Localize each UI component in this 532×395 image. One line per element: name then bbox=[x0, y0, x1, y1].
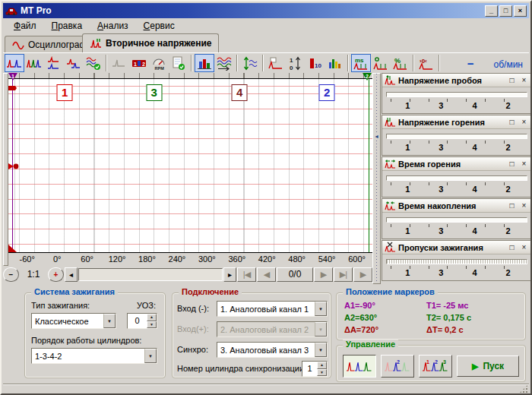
ms-units-button[interactable]: ms bbox=[351, 54, 371, 72]
spin-up-icon[interactable]: ▲ bbox=[317, 362, 327, 369]
menu-service[interactable]: Сервис bbox=[136, 19, 182, 33]
sync-input-select[interactable]: 3. Аналоговый канал 3 ▼ bbox=[217, 342, 328, 358]
panel-maximize-button[interactable]: □ bbox=[507, 159, 517, 169]
chevron-down-icon[interactable]: ▼ bbox=[315, 343, 327, 357]
nav-last-button[interactable]: ▶| bbox=[334, 267, 353, 282]
nav-prev-button[interactable]: ◀ bbox=[257, 267, 276, 282]
panel-maximize-button[interactable]: □ bbox=[507, 117, 517, 127]
panel-close-button[interactable]: × bbox=[519, 75, 529, 85]
maximize-button[interactable]: □ bbox=[499, 5, 512, 17]
view-numbered-cylinders-toggle[interactable]: 1 2 3 bbox=[419, 355, 452, 378]
bar-scale-button[interactable]: 10 bbox=[306, 54, 325, 72]
zoom-in-button[interactable]: + bbox=[48, 267, 64, 282]
chevron-down-icon[interactable]: ▼ bbox=[103, 314, 116, 328]
nav-play-button[interactable]: ▶ bbox=[353, 267, 372, 282]
marker-a1-handle[interactable]: 1 bbox=[8, 73, 18, 82]
view-single-cylinder-toggle[interactable]: 2 bbox=[381, 355, 414, 378]
parallel-waveforms-button[interactable] bbox=[5, 54, 24, 72]
percent-units-button[interactable]: % bbox=[391, 54, 410, 72]
panel-title-bar[interactable]: Напряжение пробоя □ × bbox=[382, 74, 531, 87]
fit-vertical-icon bbox=[242, 56, 258, 71]
zero-level-marker[interactable] bbox=[8, 163, 20, 170]
scroll-right-button[interactable]: ▸ bbox=[223, 267, 236, 282]
minimize-button[interactable]: _ bbox=[485, 5, 498, 17]
ignition-type-label: Тип зажигания: bbox=[31, 301, 90, 310]
spin-down-icon[interactable]: ▼ bbox=[317, 369, 327, 377]
panel-maximize-button[interactable]: □ bbox=[507, 201, 517, 210]
degree-units-icon bbox=[373, 56, 388, 71]
x-axis-labels: -60° 0° 60° 120° 180° 240° 300° 360° 420… bbox=[8, 254, 372, 266]
panel-maximize-button[interactable]: □ bbox=[507, 75, 517, 85]
panel-close-button[interactable]: × bbox=[519, 201, 529, 210]
logic-levels-button[interactable]: 1 0 bbox=[286, 54, 306, 72]
value-scale-slider[interactable] bbox=[386, 175, 527, 181]
single-pulse-button[interactable] bbox=[109, 54, 129, 72]
rpm-gauge-button[interactable]: RPM bbox=[149, 54, 169, 72]
chevron-down-icon[interactable]: ▼ bbox=[315, 302, 327, 316]
input-plus-select[interactable]: 2. Аналоговый канал 2 ▼ bbox=[217, 321, 328, 337]
sync-cylinder-stepper[interactable]: 1 ▲ ▼ bbox=[302, 361, 328, 377]
splitter-collapse-arrow[interactable]: ◂ bbox=[373, 133, 380, 140]
resize-grip[interactable] bbox=[519, 384, 528, 393]
panel-title-bar[interactable]: Напряжение горения □ × bbox=[382, 115, 531, 129]
menu-analysis[interactable]: Анализ bbox=[90, 19, 136, 33]
close-button[interactable]: × bbox=[514, 5, 527, 17]
scroll-left-button[interactable]: ◂ bbox=[65, 267, 78, 282]
panel-close-button[interactable]: × bbox=[519, 242, 529, 252]
stacked-waveforms-button[interactable] bbox=[44, 54, 64, 72]
nav-first-button[interactable]: |◀ bbox=[237, 267, 256, 282]
view-all-cylinders-toggle[interactable] bbox=[343, 355, 376, 378]
pulses-single-icon: 2 bbox=[384, 359, 411, 374]
panel-splitter[interactable]: ◂ bbox=[372, 73, 381, 284]
color-bars-button[interactable] bbox=[325, 54, 345, 72]
marker-window-button[interactable] bbox=[266, 54, 286, 72]
toolbar-separator bbox=[106, 55, 107, 71]
group-title: Управление bbox=[343, 340, 398, 349]
tab-oscilloscope[interactable]: Осциллограф bbox=[5, 36, 94, 52]
start-button[interactable]: ▶ Пуск bbox=[457, 356, 519, 377]
menu-file[interactable]: Файл bbox=[6, 19, 44, 33]
overlay-waveforms-button[interactable] bbox=[64, 54, 84, 72]
uoz-stepper[interactable]: 0 ▲ ▼ bbox=[127, 313, 157, 329]
menu-edit[interactable]: Правка bbox=[44, 19, 90, 33]
toolbar-separator bbox=[347, 55, 349, 71]
cylinder-numbers-button[interactable]: 1 2 bbox=[129, 54, 149, 72]
rgb-waveforms-button[interactable] bbox=[24, 54, 44, 72]
panel-title-bar[interactable]: Время горения □ × bbox=[382, 157, 531, 171]
horizontal-scrollbar-track[interactable] bbox=[78, 268, 223, 281]
chevron-down-icon[interactable]: ▼ bbox=[315, 322, 327, 337]
zero-offset-button[interactable]: ›0‹ bbox=[416, 54, 436, 72]
waves-sequence-button[interactable] bbox=[214, 54, 234, 72]
value-scale-slider[interactable] bbox=[386, 217, 527, 223]
spin-down-icon[interactable]: ▼ bbox=[147, 321, 157, 329]
firing-order-select[interactable]: 1-3-4-2 ▼ bbox=[31, 348, 157, 364]
panel-maximize-button[interactable]: □ bbox=[507, 242, 517, 252]
waves-accept-button[interactable] bbox=[84, 54, 103, 72]
panel-title-bar[interactable]: Время накопления □ × bbox=[382, 199, 531, 213]
svg-text:2: 2 bbox=[397, 359, 400, 365]
panel-title: Время накопления bbox=[398, 201, 505, 210]
value-scale-slider[interactable] bbox=[386, 134, 527, 139]
spin-up-icon[interactable]: ▲ bbox=[147, 314, 157, 321]
panel-close-button[interactable]: × bbox=[519, 117, 529, 127]
value-scale-slider[interactable] bbox=[386, 92, 527, 97]
histogram-view-button[interactable] bbox=[195, 54, 214, 72]
panel-close-button[interactable]: × bbox=[519, 159, 529, 169]
nav-next-button[interactable]: ▶ bbox=[314, 267, 333, 282]
panel-title-bar[interactable]: Пропуски зажигания □ × bbox=[382, 241, 531, 254]
zero-offset-icon: ›0‹ bbox=[419, 56, 434, 71]
left-collapsed-panel[interactable] bbox=[3, 73, 8, 266]
degree-units-button[interactable] bbox=[371, 54, 391, 72]
report-button[interactable] bbox=[169, 54, 188, 72]
svg-text:10: 10 bbox=[315, 62, 321, 69]
input-minus-select[interactable]: 1. Аналоговый канал 1 ▼ bbox=[217, 301, 328, 317]
group-title: Подключение bbox=[179, 287, 242, 296]
fit-vertical-button[interactable] bbox=[240, 54, 260, 72]
tab-secondary-voltage[interactable]: Вторичное напряжение bbox=[82, 33, 219, 52]
zoom-out-button[interactable]: − bbox=[3, 267, 19, 282]
value-scale-slider[interactable] bbox=[386, 259, 527, 264]
chevron-down-icon[interactable]: ▼ bbox=[144, 349, 157, 363]
marker-a2-handle[interactable]: 2 bbox=[363, 73, 372, 82]
oscillogram-canvas[interactable]: 1 3 4 2 bbox=[8, 78, 372, 253]
ignition-type-select[interactable]: Классическое ▼ bbox=[31, 313, 116, 329]
